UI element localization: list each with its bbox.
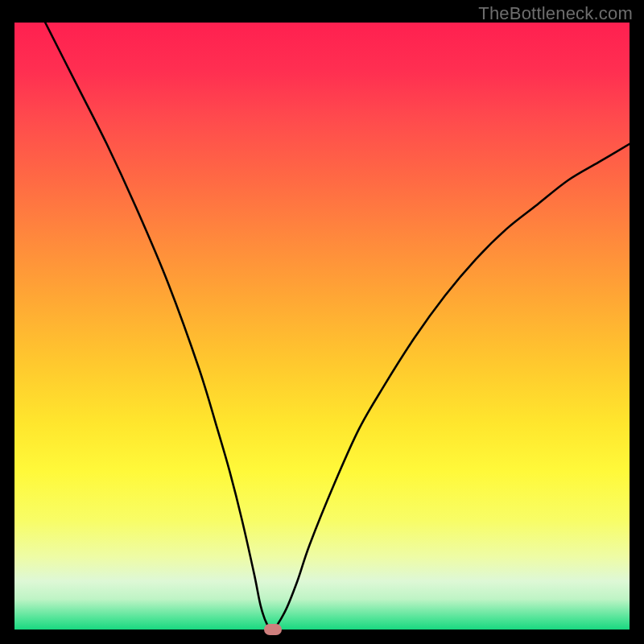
bottleneck-curve bbox=[14, 23, 630, 630]
plot-area bbox=[14, 23, 630, 630]
watermark-text: TheBottleneck.com bbox=[478, 3, 633, 24]
optimum-marker bbox=[264, 624, 282, 635]
chart-frame: TheBottleneck.com bbox=[0, 0, 644, 644]
